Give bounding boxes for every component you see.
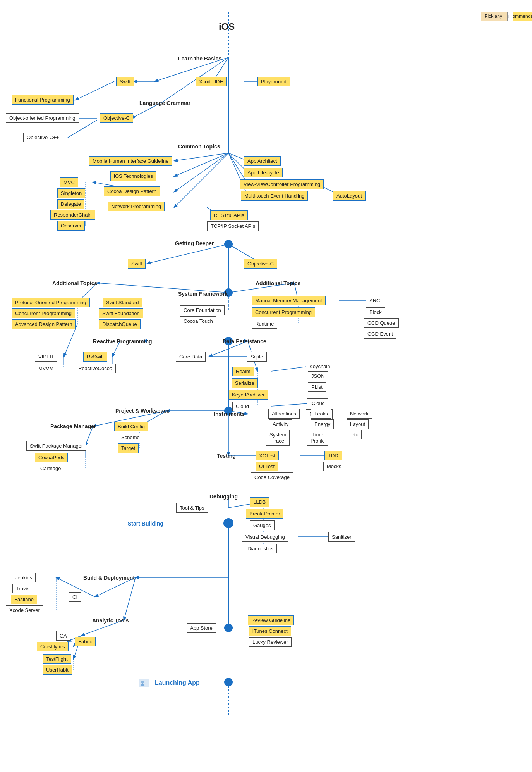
node-fastlane[interactable]: Fastlane [11, 595, 37, 604]
svg-point-112 [224, 624, 233, 632]
node-testflight[interactable]: TestFlight [43, 654, 71, 664]
node-restful[interactable]: RESTful APIs [210, 210, 248, 220]
node-responder[interactable]: ResponderChain [50, 210, 95, 220]
node-sanitizer[interactable]: Sanitizer [328, 532, 355, 542]
node-ios-tech[interactable]: iOS Technologies [110, 171, 156, 181]
rocket-icon [139, 677, 152, 688]
node-sqlite[interactable]: Sqlite [247, 352, 267, 362]
node-network-prog[interactable]: Network Programming [108, 202, 165, 211]
node-system-trace[interactable]: SystemTrace [266, 430, 290, 446]
node-multitouch[interactable]: Multi-touch Event Handling [241, 191, 308, 201]
node-crashlytics[interactable]: Crashlytics [37, 642, 69, 651]
node-arc[interactable]: ARC [366, 296, 383, 305]
node-activity[interactable]: Activity [269, 419, 292, 429]
node-app-store[interactable]: App Store [187, 623, 216, 633]
node-travis[interactable]: Travis [12, 584, 33, 593]
node-objective-cpp[interactable]: Objective-C++ [23, 133, 62, 142]
node-build-config[interactable]: Build Config [114, 422, 148, 431]
node-autolayout[interactable]: AutoLayout [333, 191, 366, 201]
launching-app-container: Launching App [139, 677, 200, 688]
node-cocoapods[interactable]: CocoaPods [35, 453, 68, 462]
node-tcpip[interactable]: TCP/IP Socket APIs [207, 221, 259, 231]
node-reactive-cocoa[interactable]: ReactiveCocoa [75, 364, 116, 373]
node-block[interactable]: Block [366, 307, 385, 317]
node-userhabit[interactable]: UserHabit [43, 665, 72, 675]
node-lucky-reviewer[interactable]: Lucky Reviewer [249, 637, 292, 647]
instruments-label: Instruments [214, 411, 245, 417]
node-etc[interactable]: .etc [347, 430, 362, 439]
node-uitest[interactable]: UI Test [256, 462, 278, 471]
node-functional-prog[interactable]: Functional Programming [12, 95, 74, 105]
node-manual-mem[interactable]: Manual Memory Management [252, 296, 326, 305]
node-c-objc[interactable]: Objective-C [244, 259, 277, 269]
node-lldb[interactable]: LLDB [250, 497, 269, 507]
legend-box: Legends Personal Recommendation! Possibi… [481, 12, 501, 19]
node-core-foundation[interactable]: Core Foundation [180, 305, 225, 315]
node-delegate[interactable]: Delegate [57, 199, 84, 209]
node-ci[interactable]: CI [69, 592, 81, 602]
node-mvc[interactable]: MVC [60, 177, 78, 187]
node-network[interactable]: Network [347, 409, 372, 419]
node-icloud[interactable]: iCloud [307, 398, 328, 408]
node-tool-tips[interactable]: Tool & Tips [176, 503, 208, 513]
node-objective-c[interactable]: Objective-C [100, 113, 133, 123]
node-cloud[interactable]: Cloud [232, 402, 252, 411]
node-swift-standard[interactable]: Swift Standard [103, 298, 142, 307]
node-plist[interactable]: PList [308, 382, 326, 392]
node-viper[interactable]: VIPER [35, 352, 57, 362]
node-realm[interactable]: Realm [232, 367, 254, 376]
node-scheme[interactable]: Scheme [118, 433, 143, 442]
node-energy[interactable]: Energy [311, 419, 334, 429]
node-observer[interactable]: Observer [57, 221, 85, 231]
node-singleton[interactable]: Singleton [57, 188, 85, 198]
node-allocations[interactable]: Allocations [268, 409, 300, 419]
node-gauges[interactable]: Gauges [250, 520, 275, 530]
node-target[interactable]: Target [118, 443, 139, 453]
node-xctest[interactable]: XCTest [256, 451, 279, 460]
node-swift-foundation[interactable]: Swift Foundation [99, 308, 143, 318]
node-core-data[interactable]: Core Data [176, 352, 206, 362]
node-visual-debug[interactable]: Visual Debugging [242, 532, 288, 542]
node-carthage[interactable]: Carthage [37, 464, 64, 473]
node-concurrent-l[interactable]: Concurrent Programming [12, 308, 75, 318]
node-swift-pkg[interactable]: Swift Package Manager [26, 441, 86, 451]
node-app-architect[interactable]: App Architect [244, 156, 281, 166]
node-view-vc[interactable]: View-ViewController Programming [240, 179, 324, 189]
node-concurrent-r[interactable]: Concurrent Programming [252, 307, 315, 317]
node-diagnostics[interactable]: Diagnostics [244, 544, 277, 553]
node-itunes-connect[interactable]: iTunes Connect [249, 626, 291, 636]
node-gcd-event[interactable]: GCD Event [364, 329, 396, 339]
node-layout[interactable]: Layout [347, 419, 369, 429]
node-leaks[interactable]: Leaks [311, 409, 331, 419]
node-xcode-server[interactable]: Xcode Server [6, 605, 43, 615]
node-playground[interactable]: Playground [257, 77, 290, 86]
node-mobile-hig[interactable]: Mobile Human Interface Guideline [89, 156, 172, 166]
node-gcd-queue[interactable]: GCD Queue [364, 318, 399, 328]
node-tdd[interactable]: TDD [324, 451, 342, 460]
node-cocoa-design[interactable]: Cocoa Design Pattern [104, 186, 160, 196]
node-rxswift[interactable]: RxSwift [83, 352, 107, 362]
node-runtime[interactable]: Runtime [252, 319, 277, 329]
node-fabric[interactable]: Fabric [75, 637, 96, 646]
node-c-swift[interactable]: Swift [128, 259, 146, 269]
node-object-oriented[interactable]: Object-oriented Programming [6, 113, 79, 123]
node-serialize[interactable]: Serialize [232, 378, 258, 388]
node-cocoa-touch[interactable]: Cocoa Touch [180, 316, 216, 326]
node-adv-design[interactable]: Advanced Design Pattern [12, 319, 76, 329]
node-json[interactable]: JSON [308, 371, 328, 381]
node-protocol-prog[interactable]: Protocol-Oriented Programming [12, 298, 90, 307]
node-keyed-archiver[interactable]: KeyedArchiver [228, 390, 268, 400]
node-time-profile[interactable]: TimeProfile [307, 430, 328, 446]
node-review-guideline[interactable]: Review Guideline [248, 615, 294, 625]
node-jenkins[interactable]: Jenkins [12, 573, 36, 582]
node-mvvm[interactable]: MVVM [35, 364, 57, 373]
node-dispatch-queue[interactable]: DispatchQueue [99, 319, 141, 329]
node-xcode-ide[interactable]: Xcode IDE [196, 77, 227, 86]
node-ga[interactable]: GA [56, 631, 70, 641]
node-app-lifecycle[interactable]: App Life-cycle [244, 168, 283, 177]
node-code-coverage[interactable]: Code Coverage [251, 472, 293, 482]
node-break-pointer[interactable]: Break-Pointer [246, 509, 283, 519]
node-swift-top[interactable]: Swift [116, 77, 134, 86]
node-keychain[interactable]: Keychain [306, 362, 333, 371]
node-mocks[interactable]: Mocks [323, 462, 345, 471]
